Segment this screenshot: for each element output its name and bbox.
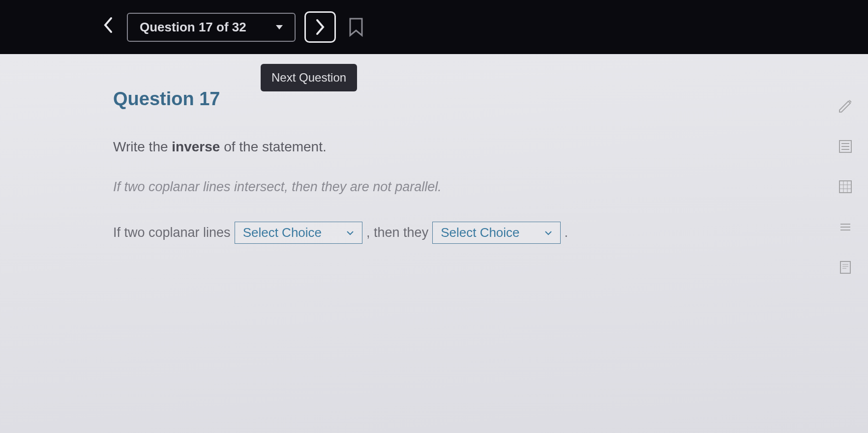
top-navigation-bar: Question 17 of 32 [0, 0, 868, 54]
svg-rect-4 [839, 181, 851, 193]
bookmark-icon[interactable] [349, 17, 363, 37]
answer-select-2[interactable]: Select Choice [432, 222, 560, 244]
question-selector-label: Question 17 of 32 [140, 20, 246, 35]
chevron-down-icon [276, 25, 283, 29]
answer-row: If two coplanar lines Select Choice , th… [113, 222, 755, 244]
grid-icon[interactable] [838, 179, 853, 195]
next-question-button[interactable] [304, 11, 336, 43]
instruction-suffix: of the statement. [220, 139, 326, 154]
question-selector-dropdown[interactable]: Question 17 of 32 [127, 13, 296, 42]
svg-rect-12 [840, 261, 850, 273]
instruction-keyword: inverse [172, 139, 220, 154]
chevron-down-icon [346, 231, 354, 235]
chevron-down-icon [544, 231, 552, 235]
answer-text-middle: , then they [366, 225, 428, 240]
answer-text-prefix: If two coplanar lines [113, 225, 231, 240]
prev-question-button[interactable] [98, 16, 118, 38]
lines-icon[interactable] [838, 219, 853, 235]
chevron-left-icon [103, 16, 113, 34]
question-content-area: Next Question Question 17 Write the inve… [0, 54, 868, 433]
select-placeholder-2: Select Choice [441, 225, 519, 240]
pencil-icon[interactable] [838, 98, 853, 114]
list-icon[interactable] [838, 139, 853, 154]
question-instruction: Write the inverse of the statement. [113, 139, 755, 155]
answer-text-suffix: . [565, 225, 569, 240]
instruction-prefix: Write the [113, 139, 172, 154]
answer-select-1[interactable]: Select Choice [235, 222, 362, 244]
right-toolbar [838, 98, 853, 275]
notes-icon[interactable] [838, 260, 853, 275]
chevron-right-icon [315, 18, 325, 36]
given-statement: If two coplanar lines intersect, then th… [113, 179, 755, 195]
next-question-tooltip: Next Question [261, 64, 357, 91]
question-title: Question 17 [113, 88, 755, 110]
select-placeholder-1: Select Choice [243, 225, 322, 240]
